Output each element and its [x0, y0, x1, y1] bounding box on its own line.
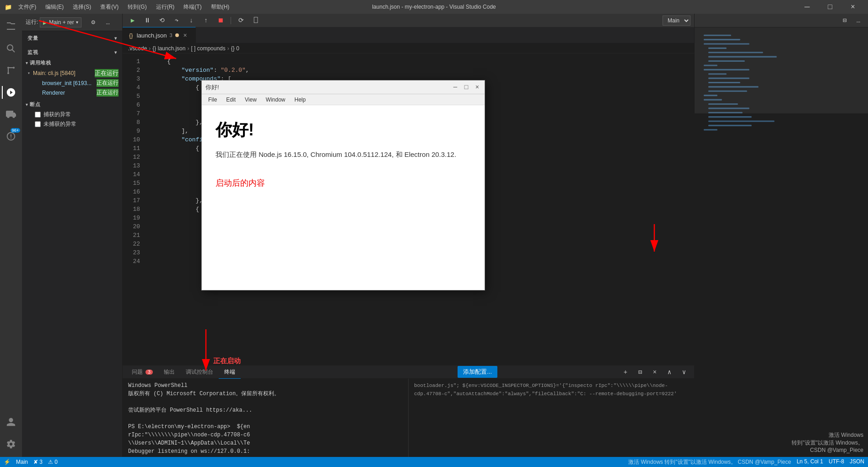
breadcrumb-index[interactable]: {} 0 [231, 45, 239, 52]
svg-rect-28 [708, 120, 775, 122]
breadcrumb: .vscode › {} launch.json › [ ] compounds… [123, 43, 694, 54]
svg-rect-29 [708, 125, 752, 126]
watch-section-header[interactable]: 监视 ▾ [22, 45, 122, 58]
title-bar: 📁 文件(F) 编辑(E) 选择(S) 查看(V) 转到(G) 运行(R) 终端… [0, 0, 868, 14]
menu-run[interactable]: 运行(R) [153, 2, 178, 12]
remote-icon[interactable]: 96+ [2, 127, 20, 145]
electron-close-btn[interactable]: × [474, 84, 481, 91]
main-process-item[interactable]: ▾ Main: cli.js [5840] 正在运行 [22, 68, 122, 78]
menu-terminal[interactable]: 终端(T) [181, 2, 204, 12]
electron-menu-window[interactable]: Window [261, 96, 290, 104]
tab-launch-json[interactable]: {} launch.json 3 × [123, 27, 196, 43]
terminal-main[interactable]: Windows PowerShell 版权所有 (C) Microsoft Co… [123, 379, 409, 457]
stop-btn[interactable]: ⏹ [214, 15, 227, 26]
more-editor-btn[interactable]: … [852, 16, 864, 26]
caught-exception-item[interactable]: 捕获的异常 [22, 110, 122, 119]
step-into-btn[interactable]: ↓ [185, 15, 198, 26]
renderer-item[interactable]: Renderer 正在运行 [22, 88, 122, 97]
terminal-secondary[interactable]: bootloader.js"; ${env:VSCODE_INSPECTOR_O… [409, 379, 694, 457]
electron-minimize-btn[interactable]: ─ [452, 84, 459, 91]
uncaught-exception-item[interactable]: 未捕获的异常 [22, 119, 122, 129]
breadcrumb-vscode[interactable]: .vscode [128, 45, 147, 52]
variables-section-header[interactable]: 变量 ▾ [22, 31, 122, 43]
electron-maximize-btn[interactable]: □ [463, 84, 470, 91]
debug-config-dropdown[interactable]: ▶ Main + rer ▾ [40, 17, 81, 27]
tab-close-btn[interactable]: × [182, 32, 189, 39]
callstack-header[interactable]: ▾ 调用堆栈 [22, 58, 122, 68]
step-over-btn[interactable]: ↷ [170, 15, 183, 26]
pause-btn[interactable]: ⏸ [141, 15, 154, 26]
add-config-button[interactable]: 添加配置... [458, 366, 497, 378]
debug-controls: ▶ ⏸ ⟲ ↷ ↓ ↑ ⏹ ⟳ ⎕ [126, 15, 262, 26]
explorer-icon[interactable] [2, 17, 20, 36]
hot-reload-btn[interactable]: ⟳ [235, 15, 248, 26]
search-icon[interactable] [2, 39, 20, 58]
breakpoints-header[interactable]: ▾ 断点 [22, 99, 122, 110]
config-select[interactable]: Main [663, 16, 690, 26]
more-btn[interactable]: … [102, 17, 114, 28]
extensions-icon[interactable] [2, 105, 20, 123]
maximize-panel-btn[interactable]: ∧ [663, 367, 676, 378]
svg-rect-27 [708, 116, 752, 118]
debug-toolbar: ▶ ⏸ ⟲ ↷ ↓ ↑ ⏹ ⟳ ⎕ Main [123, 14, 694, 27]
settings-btn[interactable]: ⚙ [87, 17, 100, 28]
svg-rect-31 [695, 27, 868, 113]
status-errors[interactable]: ✘ 3 [33, 459, 43, 465]
minimize-panel-btn[interactable]: ∨ [678, 367, 690, 378]
problems-badge: 3 [146, 370, 153, 375]
status-config[interactable]: Main [16, 459, 28, 465]
minimize-button[interactable]: ─ [797, 0, 818, 14]
menu-help[interactable]: 帮助(H) [208, 2, 232, 12]
electron-menu-edit[interactable]: Edit [221, 96, 240, 104]
menu-view[interactable]: 查看(V) [97, 2, 121, 12]
continue-btn[interactable]: ▶ [126, 15, 139, 26]
menu-goto[interactable]: 转到(G) [125, 2, 149, 12]
panel-content-area: Windows PowerShell 版权所有 (C) Microsoft Co… [123, 379, 694, 457]
problems-tab[interactable]: 问题 3 [126, 366, 158, 379]
menu-edit[interactable]: 编辑(E) [43, 2, 66, 12]
electron-title: 你好! [205, 83, 219, 91]
new-terminal-btn[interactable]: + [619, 367, 632, 378]
status-cursor-pos[interactable]: Ln 5, Col 1 [797, 458, 823, 466]
debug-console-tab[interactable]: 调试控制台 [180, 366, 219, 379]
debug-icon[interactable] [2, 83, 20, 102]
caught-exception-checkbox[interactable] [35, 112, 41, 118]
settings-icon[interactable] [2, 435, 20, 453]
source-control-icon[interactable] [2, 61, 20, 80]
output-tab[interactable]: 输出 [158, 366, 180, 379]
close-panel-btn[interactable]: × [648, 367, 661, 378]
electron-menu-file[interactable]: File [204, 96, 221, 104]
electron-menu-help[interactable]: Help [290, 96, 311, 104]
status-encoding[interactable]: UTF-8 [829, 458, 844, 466]
debug-console-btn[interactable]: ⎕ [249, 15, 262, 26]
status-lang[interactable]: JSON [850, 458, 864, 466]
breadcrumb-launch-json[interactable]: {} launch.json [152, 45, 185, 52]
close-button[interactable]: × [842, 0, 863, 14]
status-warnings[interactable]: ⚠ 0 [48, 459, 58, 465]
term-line-4: 尝试新的跨平台 PowerShell https://aka... [128, 406, 403, 414]
split-editor-btn[interactable]: ⊟ [839, 16, 851, 26]
uncaught-exception-checkbox[interactable] [35, 121, 41, 127]
electron-win-controls: ─ □ × [452, 84, 481, 91]
account-icon[interactable] [2, 413, 20, 431]
split-terminal-btn[interactable]: ⊟ [634, 367, 647, 378]
menu-select[interactable]: 选择(S) [70, 2, 94, 12]
term-line-9: Debugger listening on ws://127.0.0.1: [128, 447, 403, 456]
term-line-7: rIpc:"\\\\\\\\pipe\\node-cdp.47708-c6 [128, 431, 403, 439]
menu-file[interactable]: 文件(F) [16, 2, 39, 12]
term-line-8: \\Users\\ADMINI~1\\AppData\\Local\\Te [128, 439, 403, 447]
restart-btn[interactable]: ⟲ [156, 15, 168, 26]
term-line-3 [128, 398, 403, 406]
secondary-terminal-content: bootloader.js"; ${env:VSCODE_INSPECTOR_O… [414, 381, 689, 398]
run-label: 运行: [26, 18, 38, 26]
right-panel: ⊟ … [694, 14, 868, 457]
breadcrumb-compounds[interactable]: [ ] compounds [191, 45, 225, 52]
sidebar: 运行: ▶ Main + rer ▾ ⚙ … 变量 ▾ 监视 ▾ ▾ 调用堆栈 … [22, 14, 123, 457]
maximize-button[interactable]: □ [819, 0, 841, 14]
electron-menu-view[interactable]: View [240, 96, 261, 104]
browser-init-item[interactable]: browser_init [6193... 正在运行 [22, 78, 122, 88]
terminal-tab[interactable]: 终端 [219, 366, 241, 379]
step-out-btn[interactable]: ↑ [199, 15, 212, 26]
activity-bar: 96+ [0, 14, 22, 457]
term-line-5 [128, 414, 403, 423]
